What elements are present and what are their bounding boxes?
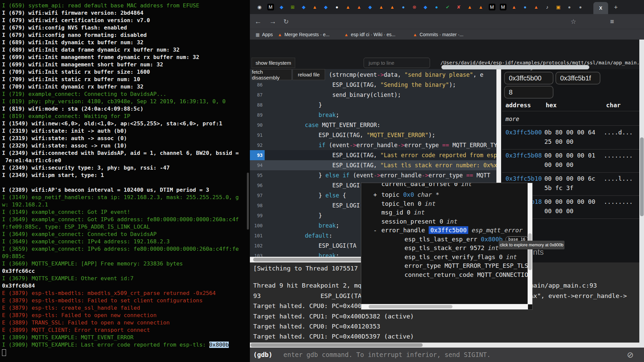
memory-address-link[interactable]: 0x3ffc5b08 [505,152,542,159]
popup-horizontal-scrollbar-thumb[interactable] [369,305,452,308]
console-horizontal-scrollbar-thumb[interactable] [251,343,423,347]
popup-row-topic[interactable]: +topic 0x0char * [381,190,439,199]
pinned-tab[interactable]: M [265,0,276,14]
active-tab[interactable]: X [593,2,608,14]
source-line-93[interactable]: 93 ESP_LOGI(TAG, "Last error code report… [250,150,496,160]
line-number[interactable]: 93 [250,150,265,160]
line-number[interactable]: 96 [250,180,265,190]
pinned-tab[interactable]: ▲ [342,0,354,14]
gdb-command-input[interactable]: enter gdb command. To interrupt inferior… [283,348,491,362]
source-line-94[interactable]: 94 ESP_LOGI(TAG, "Last tls stack error n… [250,160,496,170]
pinned-tab[interactable]: M [497,0,508,14]
terminal-scrollbar[interactable] [247,173,249,230]
line-number[interactable]: 95 [250,170,265,180]
pinned-tab[interactable]: ▣ [553,0,564,14]
source-line-88[interactable]: 88 } [250,100,496,110]
memory-end-address-input[interactable]: 0x3ffc5b1f [555,72,600,84]
variable-value[interactable]: 0x3ffc5b00 [429,226,468,234]
popup-row-esp_tls_stack_err[interactable]: esp_tls_stack_err 9572int [405,243,499,252]
pinned-tab[interactable]: ⊞ [287,0,298,14]
source-line-90[interactable]: 90 case MQTT_EVENT_ERROR: [250,120,496,130]
line-number[interactable]: 86 [250,80,265,90]
pinned-tab[interactable]: ▲ [354,0,365,14]
sidebar-horizontal-scrollbar[interactable] [441,65,589,69]
pinned-tab[interactable]: ● [398,0,409,14]
popup-row-session_present[interactable]: session_present 0int [381,217,458,226]
pinned-tab[interactable]: ▲ [508,0,520,14]
pinned-tab[interactable]: ◉ [254,0,265,14]
pinned-tab[interactable]: ♪ [542,0,553,14]
pinned-tab[interactable]: ▲ [376,0,387,14]
popup-row-msg_id[interactable]: msg_id 0int [381,208,425,217]
popup-row-error_type[interactable]: error_type MQTT_ERROR_TYPE_ESP_TLS [405,261,528,270]
popup-row-connect_return_code[interactable]: connect_return_code MQTT_CONNECTIO [405,270,528,279]
pinned-tab[interactable]: ● [520,0,531,14]
pinned-tab[interactable]: ▲ [475,0,486,14]
popup-row-current_data_offset[interactable]: current_data_offset 0int [381,183,472,188]
line-number[interactable]: 102 [250,241,265,251]
forward-icon[interactable]: → [269,14,276,29]
pinned-tab[interactable]: ▲ [464,0,475,14]
source-line-91[interactable]: 91 ESP_LOGI(TAG, "MQTT_EVENT_ERROR"); [250,130,496,140]
source-line-92[interactable]: 92 if (event->error_handle->error_type =… [250,140,496,150]
line-number[interactable]: 91 [250,130,265,140]
reload-file-button[interactable]: reload file [292,69,325,80]
reload-icon[interactable]: ↻ [283,14,289,29]
pinned-tab[interactable]: ▲ [387,0,398,14]
show-filesystem-button[interactable]: show filesystem [252,58,295,68]
line-number[interactable]: 100 [250,221,265,231]
popup-row-error_handle[interactable]: -error_handle 0x3ffc5b00esp_mqtt_error [381,226,523,235]
pinned-tab[interactable]: M [486,0,497,14]
line-number[interactable]: 103 [250,251,265,257]
variable-value[interactable]: 0x0 [403,191,414,198]
pinned-tab[interactable]: ● [575,0,586,14]
pinned-tab[interactable]: ● [331,0,342,14]
pinned-tab[interactable]: ◆ [320,0,331,14]
source-line-86[interactable]: 86 ESP_LOGI(TAG, "Sending the binary"); [250,80,496,90]
line-number[interactable]: 92 [250,140,265,150]
line-number[interactable]: 90 [250,120,265,130]
page-vertical-scrollbar-thumb[interactable] [640,137,644,216]
bookmark-item[interactable]: ▲ Commits · master ·... [413,29,464,40]
memory-bytes-per-row-input[interactable]: 8 [504,86,553,99]
pinned-tab[interactable]: ◆ [420,0,431,14]
line-number[interactable]: 101 [250,231,265,241]
popup-row-topic_len[interactable]: topic_len 0int [381,199,436,208]
collapse-icon[interactable]: - [373,226,381,235]
pinned-tab[interactable]: ✔ [442,0,453,14]
fetch-disassembly-button[interactable]: fetch disassembly [252,69,292,80]
pinned-tab[interactable]: ▲ [309,0,320,14]
pinned-tab[interactable]: ⊗ [409,0,420,14]
bookmark-item[interactable]: ▲ esp idf ci · Wiki · es... [344,29,395,40]
line-number[interactable]: 89 [250,110,265,120]
jump-to-line-input[interactable]: jump to line [364,58,430,68]
apps-shortcut[interactable]: ▦ Apps [256,29,273,40]
memory-address-link[interactable]: 0x3ffc5b00 [505,129,542,136]
source-line-87[interactable]: 87 send_binary(client); [250,90,496,100]
popup-vertical-scrollbar-thumb[interactable] [528,233,532,270]
new-tab-button[interactable]: + [611,3,620,12]
serial-monitor-terminal[interactable]: I (659) system_api: read default base MA… [0,0,250,362]
pinned-tab[interactable]: ✘ [453,0,464,14]
line-number[interactable]: 98 [250,200,265,210]
line-number[interactable]: 99 [250,210,265,221]
line-number[interactable]: 87 [250,90,265,100]
line-number[interactable]: 94 [250,160,265,170]
pinned-tab[interactable]: ◆ [298,0,309,14]
pinned-tab[interactable]: ◆ [276,0,287,14]
popup-row-esp_tls_cert_verify_flags[interactable]: esp_tls_cert_verify_flags 0int [405,252,517,261]
pinned-tab[interactable]: ● [431,0,442,14]
source-line-89[interactable]: 89 break; [250,110,496,120]
pinned-tab[interactable]: ● [564,0,575,14]
bookmark-star-icon[interactable]: ☆ [571,14,576,29]
memory-address-link[interactable]: 0x3ffc5b10 [505,175,542,182]
memory-more-link[interactable]: more [505,116,519,122]
reading-list-icon[interactable]: ≡ [610,14,614,29]
line-number[interactable]: 88 [250,100,265,110]
memory-start-address-input[interactable]: 0x3ffc5b00 [504,72,553,84]
pinned-tab[interactable]: ▲ [531,0,542,14]
pinned-tab[interactable]: ◆ [365,0,376,14]
bookmark-item[interactable]: ▲ Merge Requests · e... [278,29,330,40]
expand-icon[interactable]: + [373,190,381,199]
source-line-95[interactable]: 95 } else if (event->error_handle->error… [250,170,496,180]
